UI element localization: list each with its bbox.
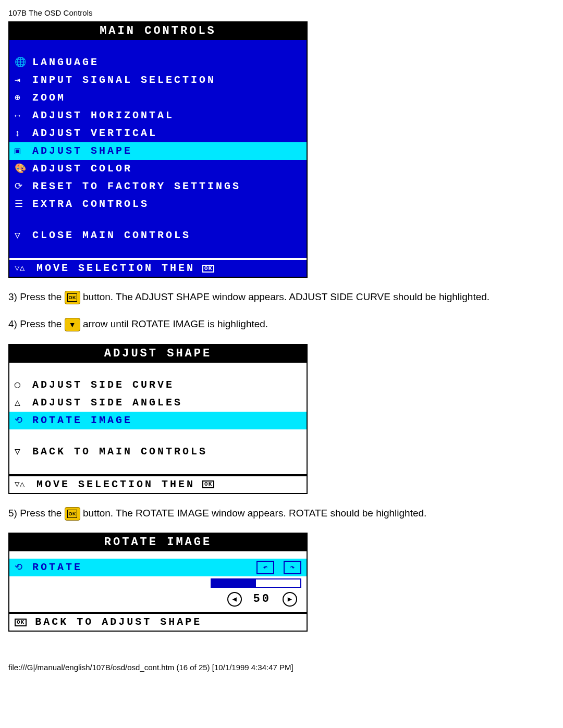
shape-icon: ▣ <box>15 146 32 156</box>
ok-icon: OK <box>202 265 214 273</box>
progress-row <box>9 576 307 590</box>
rotate-icon: ⟲ <box>15 563 32 572</box>
vertical-icon: ↕ <box>15 129 32 138</box>
menu-item-input-signal[interactable]: ⇥ INPUT SIGNAL SELECTION <box>9 71 307 89</box>
menu-label: ADJUST SIDE CURVE <box>32 380 301 390</box>
osd-title: ROTATE IMAGE <box>9 534 307 551</box>
up-down-icon: ▽△ <box>15 480 32 489</box>
extra-icon: ☰ <box>15 200 32 209</box>
menu-item-rotate-image[interactable]: ⟲ ROTATE IMAGE <box>9 412 307 429</box>
page-header: 107B The OSD Controls <box>8 8 555 17</box>
menu-label: ROTATE <box>32 562 256 573</box>
rotate-right-icon[interactable]: ↷ <box>284 561 301 574</box>
osd-title: MAIN CONTROLS <box>9 22 307 40</box>
down-circle-icon: ▽ <box>15 231 32 240</box>
menu-label: CLOSE MAIN CONTROLS <box>32 230 301 241</box>
page-footer: file:///G|/manual/english/107B/osd/osd_c… <box>8 663 555 672</box>
footer-text: MOVE SELECTION THEN <box>36 479 195 490</box>
input-icon: ⇥ <box>15 76 32 85</box>
menu-label: INPUT SIGNAL SELECTION <box>32 75 301 85</box>
osd-main-controls: MAIN CONTROLS 🌐 LANGUAGE ⇥ INPUT SIGNAL … <box>8 21 308 278</box>
menu-label: ADJUST VERTICAL <box>32 128 301 139</box>
footer-text: MOVE SELECTION THEN <box>36 263 195 274</box>
menu-item-side-angles[interactable]: △ ADJUST SIDE ANGLES <box>9 394 307 412</box>
menu-label: ROTATE IMAGE <box>32 415 301 426</box>
menu-item-horizontal[interactable]: ↔ ADJUST HORIZONTAL <box>9 107 307 125</box>
reset-icon: ⟳ <box>15 182 32 191</box>
ok-button-icon: OK <box>65 507 80 521</box>
osd-footer: ▽△ MOVE SELECTION THEN OK <box>9 474 307 493</box>
menu-item-close[interactable]: ▽ CLOSE MAIN CONTROLS <box>9 227 307 244</box>
rotate-left-icon[interactable]: ↶ <box>256 561 274 574</box>
instruction-4: 4) Press the ▼ arrow until ROTATE IMAGE … <box>8 316 555 332</box>
value-row: ◀ 50 ▶ <box>9 590 307 612</box>
down-circle-icon: ▽ <box>15 447 32 456</box>
osd-rotate-image: ROTATE IMAGE ⟲ ROTATE ↶ ↷ ◀ 50 ▶ OK BACK… <box>8 533 308 632</box>
menu-label: ADJUST COLOR <box>32 164 301 174</box>
menu-item-side-curve[interactable]: ◯ ADJUST SIDE CURVE <box>9 376 307 394</box>
menu-item-vertical[interactable]: ↕ ADJUST VERTICAL <box>9 125 307 142</box>
osd-title: ADJUST SHAPE <box>9 345 307 363</box>
down-arrow-button-icon: ▼ <box>65 318 80 331</box>
osd-adjust-shape: ADJUST SHAPE ◯ ADJUST SIDE CURVE △ ADJUS… <box>8 344 308 494</box>
osd-footer: OK BACK TO ADJUST SHAPE <box>9 612 307 631</box>
rotate-value: 50 <box>253 594 271 605</box>
menu-item-reset[interactable]: ⟳ RESET TO FACTORY SETTINGS <box>9 178 307 195</box>
globe-icon: 🌐 <box>15 58 32 67</box>
menu-item-language[interactable]: 🌐 LANGUAGE <box>9 54 307 71</box>
menu-label: ADJUST SHAPE <box>32 146 301 156</box>
ok-button-icon: OK <box>65 291 80 304</box>
menu-label: ADJUST SIDE ANGLES <box>32 398 301 408</box>
up-down-icon: ▽△ <box>15 264 32 273</box>
side-curve-icon: ◯ <box>15 380 32 390</box>
horizontal-icon: ↔ <box>15 111 32 120</box>
menu-label: ADJUST HORIZONTAL <box>32 110 301 121</box>
menu-item-rotate[interactable]: ⟲ ROTATE ↶ ↷ <box>9 559 307 576</box>
side-angles-icon: △ <box>15 398 32 408</box>
ok-icon: OK <box>202 480 214 488</box>
instruction-5: 5) Press the OK button. The ROTATE IMAGE… <box>8 505 555 521</box>
instruction-3: 3) Press the OK button. The ADJUST SHAPE… <box>8 289 555 305</box>
menu-label: BACK TO MAIN CONTROLS <box>32 447 301 457</box>
menu-item-shape[interactable]: ▣ ADJUST SHAPE <box>9 142 307 160</box>
zoom-icon: ⊕ <box>15 93 32 103</box>
increase-button[interactable]: ▶ <box>283 592 297 607</box>
footer-text: BACK TO ADJUST SHAPE <box>35 617 202 627</box>
menu-label: RESET TO FACTORY SETTINGS <box>32 181 301 192</box>
menu-item-extra[interactable]: ☰ EXTRA CONTROLS <box>9 195 307 213</box>
menu-item-back[interactable]: ▽ BACK TO MAIN CONTROLS <box>9 443 307 461</box>
rotate-icon: ⟲ <box>15 416 32 425</box>
menu-label: ZOOM <box>32 93 301 103</box>
menu-label: LANGUAGE <box>32 57 301 68</box>
decrease-button[interactable]: ◀ <box>227 592 242 607</box>
menu-item-zoom[interactable]: ⊕ ZOOM <box>9 89 307 107</box>
rotate-progress <box>211 578 301 588</box>
menu-label: EXTRA CONTROLS <box>32 199 301 209</box>
menu-item-color[interactable]: 🎨 ADJUST COLOR <box>9 160 307 178</box>
osd-footer: ▽△ MOVE SELECTION THEN OK <box>9 258 307 277</box>
color-icon: 🎨 <box>15 164 32 174</box>
ok-icon: OK <box>15 619 27 626</box>
